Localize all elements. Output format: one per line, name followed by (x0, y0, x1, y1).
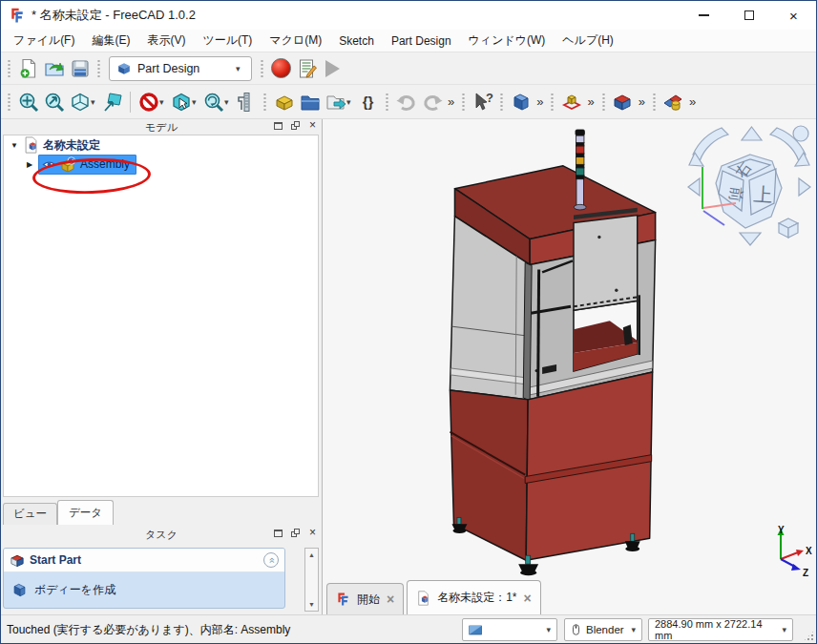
create-sketch-button[interactable] (558, 89, 584, 114)
tab-start-page[interactable]: 開始 × (326, 583, 404, 614)
panel-close-icon[interactable]: × (309, 121, 316, 130)
toolbar-overflow[interactable]: » (448, 94, 454, 109)
panel-minimize-icon[interactable] (274, 122, 283, 130)
normal-to-plane-button[interactable] (99, 89, 125, 114)
toolbar-grip[interactable] (7, 59, 11, 78)
sketch-icon (561, 92, 582, 113)
toolbar-grip[interactable] (601, 93, 606, 112)
toolbar-grip[interactable] (260, 59, 264, 78)
tab-data[interactable]: データ (57, 500, 114, 525)
menu-edit[interactable]: 編集(E) (83, 30, 138, 52)
menu-tools[interactable]: ツール(T) (194, 30, 261, 52)
axis-z-label: Z (803, 568, 808, 578)
nav-right-triangle (799, 178, 810, 196)
menu-macro[interactable]: マクロ(M) (261, 30, 330, 52)
start-part-header[interactable]: Start Part » (4, 549, 284, 572)
export-button[interactable] (323, 89, 348, 114)
eye-icon[interactable] (42, 159, 56, 170)
draw-style-select[interactable]: ▾ (462, 618, 557, 641)
toolbar-overflow[interactable]: » (639, 94, 645, 109)
rotation-mode-button[interactable] (200, 89, 226, 114)
redo-icon (421, 92, 444, 113)
status-message: Touched (実行する必要があります)、内部名: Assembly (7, 622, 290, 638)
toolbar-overflow[interactable]: » (587, 94, 594, 109)
pad-icon (612, 92, 633, 113)
expander-closed-icon[interactable]: ▶ (25, 160, 34, 169)
tab-view[interactable]: ビュー (3, 503, 57, 525)
panel-close-icon[interactable]: × (309, 529, 316, 537)
toolbar-grip[interactable] (262, 93, 267, 112)
open-folder-icon (44, 58, 65, 79)
create-body-button[interactable] (508, 89, 534, 114)
minimize-button[interactable] (681, 2, 726, 29)
macro-run-button[interactable] (320, 55, 346, 81)
toolbar-grip[interactable] (7, 93, 11, 112)
chevron-down-icon[interactable]: ▾ (224, 97, 233, 107)
panel-float-icon[interactable] (291, 529, 301, 537)
tree-item-assembly[interactable]: ▶ Assembly (4, 155, 318, 174)
navigation-cube[interactable]: 右 前 上 (686, 125, 812, 247)
menu-file[interactable]: ファイル(F) (5, 30, 83, 52)
chevron-down-icon[interactable]: ▾ (159, 97, 168, 107)
freecad-window: * 名称未設定 - FreeCAD 1.0.2 × ファイル(F) 編集(E) … (0, 0, 817, 644)
chevron-down-icon[interactable]: ▾ (192, 97, 200, 107)
draw-style-button[interactable] (136, 89, 161, 114)
3d-viewport[interactable]: 右 前 上 Y X (323, 119, 816, 614)
fit-all-button[interactable] (15, 89, 41, 114)
workbench-selector[interactable]: Part Design ▾ (109, 56, 252, 81)
navigation-style-select[interactable]: Blender ▾ (564, 618, 642, 641)
axonometric-view-button[interactable] (67, 89, 93, 114)
fit-selection-button[interactable] (41, 89, 67, 114)
toolbar-grip[interactable] (499, 93, 504, 112)
tab-close-icon[interactable]: × (387, 592, 394, 607)
expression-button[interactable]: {} (355, 89, 381, 114)
collapse-section-icon[interactable]: » (263, 552, 279, 568)
save-button[interactable] (67, 55, 93, 81)
boolean-button[interactable] (660, 89, 686, 114)
zoom-fit-icon (18, 92, 39, 113)
tree-item-document[interactable]: ▼ 名称未設定 (4, 135, 318, 155)
chevron-down-icon[interactable]: ▾ (91, 97, 99, 107)
measure-button[interactable] (233, 89, 259, 114)
dimension-select[interactable]: 2884.90 mm x 2722.14 mm ▾ (648, 618, 793, 641)
assembly-selection[interactable]: Assembly (38, 155, 136, 175)
chevron-down-icon[interactable]: ▾ (346, 97, 355, 107)
toolbar-overflow[interactable]: » (689, 94, 696, 109)
new-file-button[interactable] (15, 55, 41, 81)
tab-document[interactable]: 名称未設定：1* × (407, 580, 541, 614)
toolbar-grip[interactable] (550, 93, 555, 112)
create-body-task-button[interactable]: ボディーを作成 (4, 572, 284, 608)
macro-record-button[interactable] (268, 55, 294, 81)
blue-body-icon (511, 92, 532, 113)
menu-sketch[interactable]: Sketch (330, 31, 383, 51)
undo-button[interactable] (393, 89, 419, 114)
tab-close-icon[interactable]: × (524, 591, 532, 606)
macro-edit-button[interactable] (294, 55, 320, 81)
pad-button[interactable] (610, 89, 636, 114)
menu-partdesign[interactable]: Part Design (383, 31, 460, 51)
menu-view[interactable]: 表示(V) (138, 30, 194, 52)
toolbar-grip[interactable] (385, 93, 389, 112)
group-button[interactable] (297, 89, 323, 114)
toolbar-grip[interactable] (96, 59, 101, 78)
task-scrollbar[interactable]: ▲ ▼ (304, 548, 319, 612)
open-file-button[interactable] (41, 55, 67, 81)
toolbar-overflow[interactable]: » (536, 94, 543, 109)
task-panel-header: タスク × (1, 527, 322, 542)
panel-float-icon[interactable] (291, 121, 301, 130)
redo-button[interactable] (419, 89, 445, 114)
scroll-up-icon[interactable]: ▲ (308, 549, 315, 561)
panel-minimize-icon[interactable] (274, 530, 283, 537)
toolbar-grip[interactable] (652, 93, 657, 112)
selection-view-button[interactable] (168, 89, 194, 114)
scroll-down-icon[interactable]: ▼ (308, 598, 315, 611)
part-button[interactable] (271, 89, 297, 114)
menu-windows[interactable]: ウィンドウ(W) (460, 30, 555, 52)
maximize-button[interactable] (726, 2, 771, 29)
whats-this-button[interactable]: ? (470, 89, 495, 114)
menu-help[interactable]: ヘルプ(H) (554, 30, 622, 52)
resize-grip[interactable] (803, 630, 815, 642)
close-button[interactable]: × (771, 2, 816, 29)
expander-open-icon[interactable]: ▼ (10, 141, 19, 150)
toolbar-grip[interactable] (461, 93, 466, 112)
